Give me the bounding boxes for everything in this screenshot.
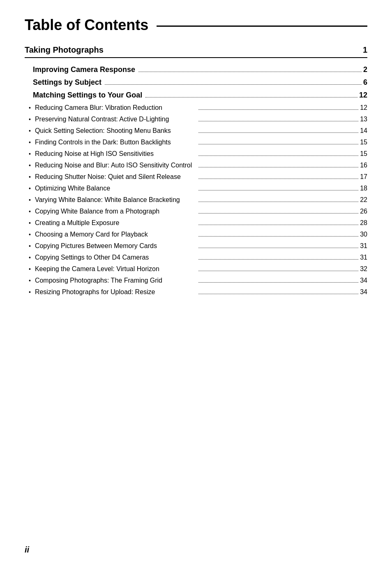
sub-entry-page: 22 [360, 196, 367, 204]
list-item: •Reducing Noise at High ISO Sensitivitie… [29, 150, 367, 158]
sub-entry-page: 18 [360, 185, 367, 192]
bullet-icon: • [29, 277, 31, 284]
sub-entry-label: Copying Pictures Between Memory Cards [35, 242, 197, 250]
sub-entry-page: 12 [360, 104, 367, 111]
section-page-taking-photographs: 1 [363, 45, 367, 55]
sub-entry-dots [198, 121, 359, 121]
bullet-icon: • [29, 208, 31, 215]
title-divider [157, 26, 367, 27]
sub-entry-dots [198, 109, 359, 110]
toc-title-settings-by-subject: Settings by Subject [33, 78, 103, 87]
list-item: •Copying White Balance from a Photograph… [29, 207, 367, 215]
sub-entry-page: 30 [360, 231, 367, 238]
sub-entry-label: Finding Controls in the Dark: Button Bac… [35, 139, 197, 146]
sub-entry-page: 15 [360, 139, 367, 146]
sub-entry-dots [198, 259, 359, 260]
sub-entry-label: Copying White Balance from a Photograph [35, 208, 197, 215]
sub-entry-label: Reducing Noise at High ISO Sensitivities [35, 150, 197, 158]
bullet-icon: • [29, 185, 31, 192]
sub-entry-label: Reducing Camera Blur: Vibration Reductio… [35, 104, 197, 111]
sub-entry-label: Keeping the Camera Level: Virtual Horizo… [35, 265, 197, 273]
list-item: •Composing Photographs: The Framing Grid… [29, 276, 367, 284]
page-title-container: Table of Contents [25, 16, 367, 34]
list-item: •Keeping the Camera Level: Virtual Horiz… [29, 265, 367, 273]
toc-title-matching-settings: Matching Settings to Your Goal [33, 91, 144, 100]
sub-entry-label: Reducing Shutter Noise: Quiet and Silent… [35, 173, 197, 181]
sub-entry-label: Choosing a Memory Card for Playback [35, 231, 197, 238]
sub-entry-label: Optimizing White Balance [35, 185, 197, 192]
section-taking-photographs-header: Taking Photographs 1 [25, 45, 367, 58]
bullet-icon: • [29, 243, 31, 249]
sub-entry-dots [198, 190, 359, 190]
bullet-icon: • [29, 116, 31, 123]
footer-page-number: ii [25, 545, 29, 554]
sub-entry-page: 32 [360, 265, 367, 273]
sub-entry-dots [198, 167, 359, 167]
sub-entry-dots [198, 144, 359, 144]
list-item: •Copying Pictures Between Memory Cards31 [29, 242, 367, 250]
bullet-icon: • [29, 220, 31, 226]
list-item: •Reducing Camera Blur: Vibration Reducti… [29, 104, 367, 111]
sub-entry-label: Creating a Multiple Exposure [35, 219, 197, 227]
sub-entries-list: •Reducing Camera Blur: Vibration Reducti… [25, 104, 367, 296]
sub-entry-page: 14 [360, 127, 367, 135]
toc-title-improving-camera-response: Improving Camera Response [33, 65, 137, 74]
sub-entry-page: 16 [360, 162, 367, 169]
toc-entry-settings-by-subject: Settings by Subject 6 [33, 78, 367, 87]
toc-dots-improving-camera-response [138, 72, 362, 72]
sub-entry-page: 15 [360, 150, 367, 158]
bullet-icon: • [29, 254, 31, 261]
toc-page-matching-settings: 12 [359, 91, 367, 100]
sub-entry-label: Varying White Balance: White Balance Bra… [35, 196, 197, 204]
sub-entry-label: Composing Photographs: The Framing Grid [35, 277, 197, 284]
list-item: •Copying Settings to Other D4 Cameras31 [29, 253, 367, 261]
bullet-icon: • [29, 162, 31, 169]
sub-entry-dots [198, 179, 359, 179]
sub-entry-dots [198, 202, 359, 202]
section-title-taking-photographs: Taking Photographs [25, 45, 104, 55]
sub-entry-label: Quick Setting Selection: Shooting Menu B… [35, 127, 197, 135]
toc-entry-improving-camera-response: Improving Camera Response 2 [33, 65, 367, 74]
sub-entry-label: Copying Settings to Other D4 Cameras [35, 254, 197, 261]
bullet-icon: • [29, 128, 31, 134]
sub-entry-dots [198, 294, 359, 294]
bullet-icon: • [29, 151, 31, 157]
sub-entry-dots [198, 236, 359, 237]
list-item: •Optimizing White Balance18 [29, 184, 367, 192]
list-item: •Preserving Natural Contrast: Active D-L… [29, 115, 367, 123]
sub-entry-page: 28 [360, 219, 367, 227]
sub-entry-dots [198, 225, 359, 225]
sub-entry-dots [198, 213, 359, 214]
sub-entry-page: 17 [360, 173, 367, 181]
sub-entry-dots [198, 282, 359, 283]
list-item: •Resizing Photographs for Upload: Resize… [29, 288, 367, 296]
sub-entry-page: 26 [360, 208, 367, 215]
sub-entry-label: Preserving Natural Contrast: Active D-Li… [35, 116, 197, 123]
list-item: •Finding Controls in the Dark: Button Ba… [29, 138, 367, 146]
bullet-icon: • [29, 174, 31, 180]
list-item: •Creating a Multiple Exposure28 [29, 219, 367, 227]
toc-entries-main: Improving Camera Response 2 Settings by … [25, 65, 367, 100]
sub-entry-dots [198, 156, 359, 156]
bullet-icon: • [29, 197, 31, 203]
bullet-icon: • [29, 231, 31, 238]
sub-entry-label: Reducing Noise and Blur: Auto ISO Sensit… [35, 162, 197, 169]
sub-entry-dots [198, 248, 359, 248]
bullet-icon: • [29, 139, 31, 146]
sub-entry-page: 34 [360, 277, 367, 284]
list-item: •Reducing Shutter Noise: Quiet and Silen… [29, 173, 367, 181]
toc-page-improving-camera-response: 2 [363, 65, 367, 74]
sub-entry-dots [198, 132, 359, 133]
toc-dots-matching-settings [145, 97, 357, 97]
toc-dots-settings-by-subject [105, 84, 362, 85]
sub-entry-page: 31 [360, 242, 367, 250]
list-item: •Choosing a Memory Card for Playback30 [29, 230, 367, 238]
toc-entry-matching-settings: Matching Settings to Your Goal 12 [33, 91, 367, 100]
bullet-icon: • [29, 266, 31, 272]
page-footer: ii [25, 545, 29, 555]
list-item: •Quick Setting Selection: Shooting Menu … [29, 127, 367, 135]
sub-entry-page: 31 [360, 254, 367, 261]
list-item: •Reducing Noise and Blur: Auto ISO Sensi… [29, 161, 367, 169]
toc-page-settings-by-subject: 6 [363, 78, 367, 87]
sub-entry-page: 13 [360, 116, 367, 123]
